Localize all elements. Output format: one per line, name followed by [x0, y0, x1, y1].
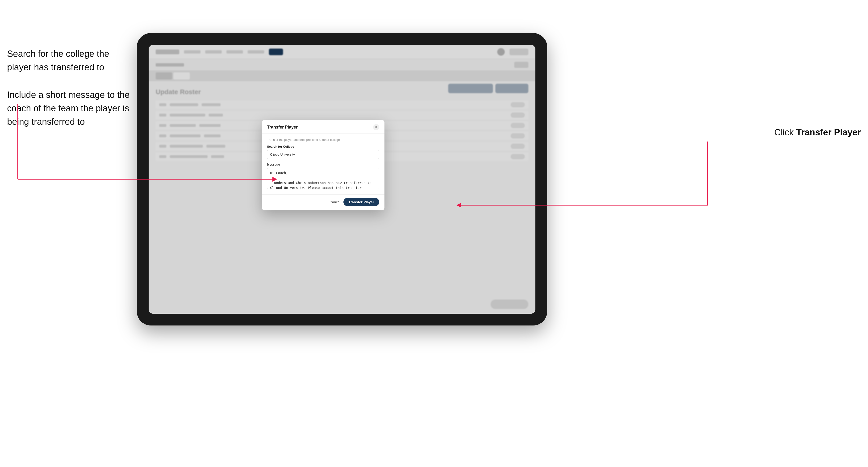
- message-label: Message: [267, 163, 379, 166]
- modal-body: Transfer the player and their profile to…: [262, 134, 384, 194]
- modal-description: Transfer the player and their profile to…: [267, 138, 379, 142]
- modal-overlay: Transfer Player × Transfer the player an…: [149, 45, 535, 314]
- annotation-right-prefix: Click: [774, 127, 796, 137]
- annotation-text-1: Search for the college the player has tr…: [7, 47, 130, 74]
- annotation-left: Search for the college the player has tr…: [7, 47, 130, 129]
- message-textarea[interactable]: Hi Coach, I understand Chris Robertson h…: [267, 168, 379, 189]
- tablet-frame: Update Roster: [137, 33, 547, 325]
- modal-header: Transfer Player ×: [262, 120, 384, 134]
- search-label: Search for College: [267, 145, 379, 148]
- transfer-player-modal: Transfer Player × Transfer the player an…: [262, 120, 384, 210]
- annotation-right-bold: Transfer Player: [796, 127, 861, 137]
- annotation-text-2: Include a short message to the coach of …: [7, 88, 130, 129]
- cancel-button[interactable]: Cancel: [330, 200, 341, 204]
- modal-footer: Cancel Transfer Player: [262, 194, 384, 210]
- modal-title: Transfer Player: [267, 125, 298, 130]
- modal-close-button[interactable]: ×: [373, 124, 379, 130]
- transfer-player-button[interactable]: Transfer Player: [343, 198, 379, 206]
- search-college-input[interactable]: [267, 150, 379, 159]
- annotation-right: Click Transfer Player: [774, 127, 861, 137]
- tablet-screen: Update Roster: [149, 45, 535, 314]
